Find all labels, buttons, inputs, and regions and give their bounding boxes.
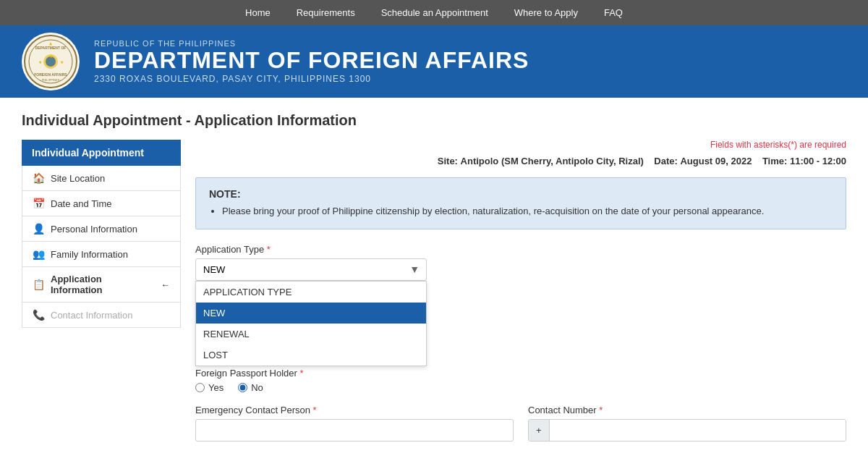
required-star-2: * [300,368,304,379]
svg-text:★: ★ [49,54,53,59]
radio-no-text: No [251,382,263,393]
application-type-select[interactable]: APPLICATION TYPENEWRENEWALLOST [195,258,427,281]
dropdown-open: APPLICATION TYPE NEW RENEWAL LOST [195,281,427,366]
dropdown-option-application-type[interactable]: APPLICATION TYPE [196,282,426,303]
application-type-label: Application Type * [195,244,846,255]
note-title: NOTE: [209,188,833,200]
top-navigation: Home Requirements Schedule an Appointmen… [0,0,868,25]
emergency-contact-label: Emergency Contact Person * [195,405,514,415]
time-label: Time: [762,156,787,166]
date-label: Date: [654,156,678,166]
right-content: Fields with asterisks(*) are required Si… [195,140,846,442]
date-value: August 09, 2022 [680,156,752,166]
required-star-3: * [313,405,317,415]
sidebar-item-application-information[interactable]: 📋 Application Information ← [22,267,181,303]
phone-number-input[interactable] [550,420,846,441]
svg-text:PHILIPPINES: PHILIPPINES [42,78,60,82]
sidebar-item-family-information[interactable]: 👥 Family Information [22,242,181,267]
sidebar-header: Individual Appointment [22,140,181,166]
time-value: 11:00 - 12:00 [790,156,846,166]
nav-where-to-apply[interactable]: Where to Apply [501,0,591,25]
application-type-group: Application Type * APPLICATION TYPENEWRE… [195,244,846,281]
header-text-block: Republic of the Philippines DEPARTMENT O… [94,39,529,83]
nav-home[interactable]: Home [232,0,284,25]
page-title: Individual Appointment - Application Inf… [22,112,846,129]
radio-yes-label[interactable]: Yes [195,382,224,393]
fields-required-notice: Fields with asterisks(*) are required [195,140,846,150]
header-address: 2330 Roxas Boulevard, Pasay City, Philip… [94,74,529,84]
foreign-passport-radio-group: Yes No [195,382,846,393]
foreign-passport-group: Foreign Passport Holder * Yes No [195,368,846,393]
appointment-info: Site: Antipolo (SM Cherry, Antipolo City… [195,156,846,166]
phone-icon: 📞 [33,309,45,321]
contact-number-label: Contact Number * [528,405,846,415]
radio-no[interactable] [238,383,247,392]
header-title: DEPARTMENT OF FOREIGN AFFAIRS [94,48,529,73]
radio-yes[interactable] [195,383,205,392]
clipboard-icon: 📋 [33,279,45,290]
site-value: Antipolo (SM Cherry, Antipolo City, Riza… [461,156,644,166]
foreign-passport-label: Foreign Passport Holder * [195,368,846,379]
site-label: Site: [438,156,458,166]
note-box: NOTE: Please bring your proof of Philipp… [195,177,846,229]
nav-schedule[interactable]: Schedule an Appointment [368,0,501,25]
nav-faq[interactable]: FAQ [591,0,636,25]
dropdown-option-new[interactable]: NEW [196,303,426,324]
home-icon: 🏠 [33,172,45,184]
dropdown-option-lost[interactable]: LOST [196,345,426,366]
radio-no-label[interactable]: No [238,382,263,393]
sidebar-item-site-location[interactable]: 🏠 Site Location [22,166,181,191]
required-star: * [267,244,271,255]
dfa-seal: DEPARTMENT OF FOREIGN AFFAIRS PHILIPPINE… [22,33,80,90]
page-header: DEPARTMENT OF FOREIGN AFFAIRS PHILIPPINE… [0,25,868,98]
required-star-4: * [599,405,603,415]
svg-text:FOREIGN AFFAIRS: FOREIGN AFFAIRS [34,72,67,77]
contact-number-col: Contact Number * + [528,405,846,442]
svg-text:★: ★ [60,60,64,64]
contact-row: Emergency Contact Person * Contact Numbe… [195,405,846,442]
sidebar-item-contact-information[interactable]: 📞 Contact Information [22,303,181,328]
phone-plus-sign: + [529,420,550,441]
page-content: Individual Appointment - Application Inf… [0,98,868,456]
note-bullet: Please bring your proof of Philippine ci… [222,204,833,219]
dropdown-option-renewal[interactable]: RENEWAL [196,324,426,345]
sidebar-item-personal-information[interactable]: 👤 Personal Information [22,216,181,242]
people-icon: 👥 [33,248,45,260]
svg-text:★: ★ [38,60,42,64]
sidebar-item-date-and-time[interactable]: 📅 Date and Time [22,191,181,216]
nav-requirements[interactable]: Requirements [284,0,368,25]
sidebar: Individual Appointment 🏠 Site Location 📅… [22,140,181,442]
main-layout: Individual Appointment 🏠 Site Location 📅… [22,140,846,442]
person-icon: 👤 [33,223,45,235]
emergency-contact-input[interactable] [195,419,514,442]
svg-text:DEPARTMENT OF: DEPARTMENT OF [35,46,67,50]
application-type-select-wrapper: APPLICATION TYPENEWRENEWALLOST ▼ APPLICA… [195,258,427,281]
radio-yes-text: Yes [208,382,224,393]
emergency-contact-col: Emergency Contact Person * [195,405,514,442]
arrow-icon: ← [161,279,170,290]
phone-input-wrapper: + [528,419,846,442]
calendar-icon: 📅 [33,198,45,209]
